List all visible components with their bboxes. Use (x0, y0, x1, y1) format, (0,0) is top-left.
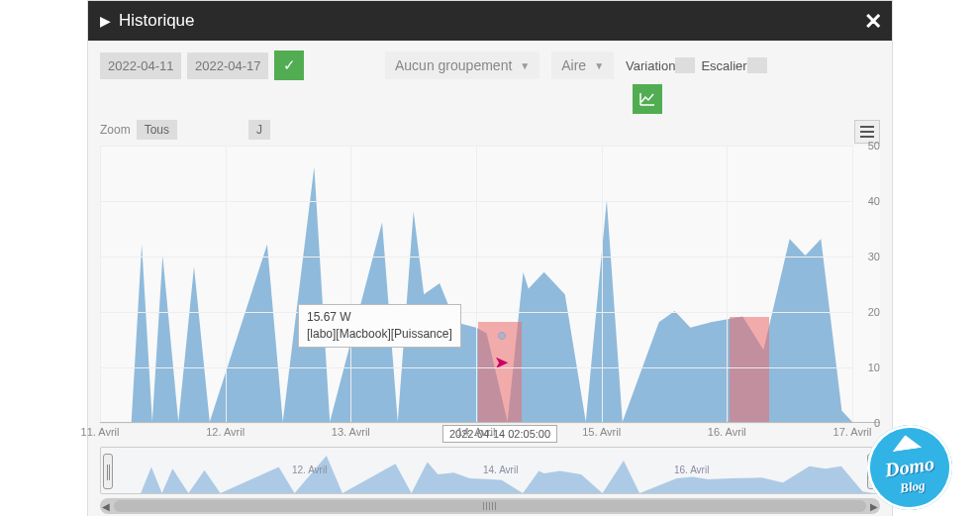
cursor-icon: ➤ (494, 352, 509, 373)
scroll-right-icon[interactable]: ▶ (868, 501, 880, 512)
x-tick: 11. Avril (81, 426, 120, 438)
y-tick: 20 (868, 306, 880, 318)
zoom-all-button[interactable]: Tous (137, 120, 177, 140)
horizontal-scrollbar[interactable]: ◀ ▶ (100, 498, 880, 514)
scroll-left-icon[interactable]: ◀ (100, 501, 112, 512)
variation-toggle[interactable] (675, 57, 695, 73)
display-label: Aire (561, 57, 586, 73)
zoom-label: Zoom (100, 123, 131, 137)
y-tick: 50 (868, 140, 880, 152)
date-to-input[interactable] (187, 52, 268, 79)
panel-title: Historique (119, 11, 195, 31)
tooltip-series: [labo][Macbook][Puissance] (307, 326, 452, 343)
nav-tick: 16. Avril (674, 464, 709, 475)
hover-marker (498, 332, 506, 340)
x-tick: 17. Avril (833, 426, 872, 438)
grouping-label: Aucun groupement (395, 57, 512, 73)
navigator-handle-left[interactable] (103, 454, 113, 489)
y-tick: 10 (868, 361, 880, 373)
x-tick: 15. Avril (582, 426, 621, 438)
tooltip-value: 15.67 W (307, 309, 452, 326)
x-tick: 12. Avril (206, 426, 245, 438)
chevron-right-icon: ▶ (100, 13, 111, 29)
highlight-region-2 (730, 317, 769, 422)
caret-down-icon: ▼ (520, 60, 530, 71)
panel-header: ▶ Historique ✕ (88, 1, 892, 41)
hover-tooltip: 15.67 W [labo][Macbook][Puissance] (298, 304, 461, 348)
toolbar: ✓ Aucun groupement ▼ Aire ▼ Variation Es… (88, 41, 892, 86)
chart-mode-button[interactable] (633, 84, 662, 114)
x-tick: 14. Avril (457, 426, 496, 438)
navigator[interactable]: 12. Avril14. Avril16. Avril (100, 447, 880, 494)
linechart-icon (639, 92, 655, 106)
close-icon[interactable]: ✕ (864, 9, 882, 35)
main-plot[interactable]: 15.67 W [labo][Macbook][Puissance] ➤ 202… (100, 146, 880, 423)
grouping-select[interactable]: Aucun groupement ▼ (385, 52, 539, 79)
check-icon: ✓ (283, 56, 296, 74)
house-icon (891, 433, 923, 452)
apply-dates-button[interactable]: ✓ (274, 51, 304, 80)
chart-area: Zoom Tous J 15.67 W [labo][Macbook][Puis… (100, 120, 880, 423)
display-select[interactable]: Aire ▼ (551, 52, 614, 79)
variation-label: Variation (626, 58, 675, 73)
x-tick: 13. Avril (332, 426, 370, 438)
escalier-toggle[interactable] (747, 57, 767, 73)
y-tick: 30 (868, 251, 880, 262)
nav-tick: 12. Avril (292, 464, 327, 475)
history-panel: ▶ Historique ✕ ✓ Aucun groupement ▼ Aire… (87, 0, 893, 516)
date-from-input[interactable] (100, 52, 181, 79)
y-tick: 40 (868, 195, 880, 207)
nav-tick: 14. Avril (483, 464, 518, 475)
caret-down-icon: ▼ (594, 60, 604, 71)
zoom-day-button[interactable]: J (248, 120, 270, 140)
x-tick: 16. Avril (708, 426, 746, 438)
y-tick: 0 (874, 417, 880, 429)
escalier-label: Escalier (701, 58, 746, 73)
scroll-thumb[interactable] (114, 500, 866, 512)
